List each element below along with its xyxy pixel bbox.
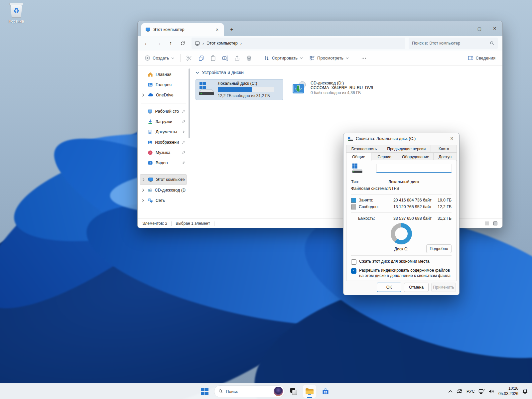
notification-bell-icon[interactable]: z [522, 388, 528, 394]
pictures-icon [148, 140, 152, 145]
gallery-icon [148, 82, 153, 87]
tray-chevron-up-icon[interactable] [448, 390, 453, 393]
sidebar-item-downloads[interactable]: Загрузки [140, 117, 187, 127]
more-button[interactable] [358, 53, 369, 64]
chevron-right-icon[interactable]: › [240, 41, 242, 46]
tab-general[interactable]: Общие [346, 152, 371, 161]
section-header-devices[interactable]: Устройства и диски [196, 70, 497, 75]
search-input[interactable]: Поиск в: Этот компьютер [409, 38, 498, 49]
back-button[interactable]: ← [141, 38, 152, 49]
sort-label: Сортировать [272, 56, 298, 61]
large-icons-view-icon[interactable] [493, 221, 498, 226]
chevron-expand-icon[interactable] [142, 178, 145, 182]
disk-usage-bar [218, 87, 274, 92]
recycle-bin-icon [9, 3, 23, 5]
breadcrumb[interactable]: Этот компьютер [206, 41, 237, 46]
new-tab-button[interactable]: + [226, 24, 237, 35]
minimize-button[interactable]: — [457, 21, 472, 36]
tab-this-pc[interactable]: Этот компьютер × [141, 23, 224, 36]
taskbar-search[interactable]: Поиск [214, 385, 284, 397]
share-button[interactable] [231, 53, 243, 64]
items-count: Элементов: 2 [142, 221, 167, 226]
cancel-button[interactable]: Отмена [404, 283, 429, 292]
sidebar-item-music[interactable]: ♪ Музыка [140, 148, 187, 158]
create-button[interactable]: Создать [142, 53, 177, 64]
sidebar-item-documents[interactable]: Документы [140, 127, 187, 137]
tab-close-icon[interactable]: × [213, 26, 221, 34]
up-button[interactable]: ↑ [165, 38, 176, 49]
file-explorer-button[interactable] [303, 385, 316, 398]
close-button[interactable]: × [487, 21, 502, 36]
sidebar-item-network[interactable]: Сеть [140, 196, 187, 205]
search-highlight-image[interactable] [274, 387, 283, 396]
volume-name-input[interactable] [376, 164, 452, 173]
drive-tile-c[interactable]: Локальный диск (C:) 12,2 ГБ свободно из … [196, 79, 283, 100]
chevron-expand-icon[interactable] [142, 188, 145, 192]
dialog-title: Свойства: Локальный диск (C:) [356, 136, 444, 141]
details-pane-button[interactable]: Сведения [465, 53, 498, 64]
paste-icon [210, 55, 216, 61]
ethernet-icon[interactable] [478, 389, 485, 394]
task-view-button[interactable] [287, 385, 300, 398]
address-bar[interactable]: › Этот компьютер › [192, 38, 405, 49]
more-icon [361, 56, 366, 61]
tab-previous-versions[interactable]: Предыдущие версии [382, 145, 431, 153]
start-button[interactable] [198, 385, 211, 398]
details-view-icon[interactable] [484, 221, 489, 226]
cd-drive-icon [148, 188, 152, 193]
free-label: Свободно: [359, 204, 386, 209]
details-button[interactable]: Подробно [426, 244, 452, 253]
sidebar-item-onedrive[interactable]: OneDrive [140, 90, 187, 100]
sidebar-item-home[interactable]: Главная [140, 69, 187, 79]
sidebar-item-videos[interactable]: Видео [140, 158, 187, 168]
compress-checkbox[interactable] [351, 259, 356, 265]
chevron-expand-icon[interactable] [142, 93, 145, 97]
pin-icon [182, 120, 186, 124]
desktop-icon [148, 109, 153, 114]
plus-circle-icon [145, 55, 150, 61]
sidebar-item-desktop[interactable]: Рабочий сто [140, 106, 187, 116]
paste-button[interactable] [207, 53, 219, 64]
refresh-icon [180, 41, 185, 46]
view-button[interactable]: Просмотреть [307, 53, 352, 64]
type-value: Локальный диск [388, 180, 419, 184]
copy-button[interactable] [196, 53, 207, 64]
compress-checkbox-row[interactable]: Сжать этот диск для экономии места [351, 259, 452, 265]
dialog-close-button[interactable]: × [447, 134, 457, 143]
cut-button[interactable] [184, 53, 195, 64]
disk-usage-bar-fill [218, 87, 252, 92]
tab-security[interactable]: Безопасность [346, 145, 382, 153]
maximize-button[interactable]: ▢ [472, 21, 487, 36]
chevron-expand-icon[interactable] [142, 199, 145, 202]
microsoft-store-button[interactable] [319, 385, 332, 398]
index-checkbox-row[interactable]: Разрешить индексировать содержимое файло… [351, 268, 452, 279]
clock[interactable]: 10:26 05.03.2026 [498, 386, 518, 396]
refresh-button[interactable] [177, 38, 188, 49]
capacity-donut [391, 223, 412, 244]
delete-button[interactable] [243, 53, 255, 64]
rename-button[interactable]: A [219, 53, 231, 64]
sidebar-item-cd-drive[interactable]: CD-дисковод (D [140, 185, 187, 195]
music-icon: ♪ [148, 150, 153, 155]
navigation-bar: ← → ↑ › Этот компьютер › Поиск в: Этот к… [138, 36, 502, 51]
volume-icon[interactable] [488, 389, 495, 394]
chevron-down-icon [196, 71, 199, 74]
drive-tile-d[interactable]: CD-дисковод (D:) CCCOMA_X64FRE_RU-RU_DV9… [289, 79, 380, 97]
apply-button[interactable]: Применить [431, 283, 456, 292]
forward-button[interactable]: → [153, 38, 164, 49]
svg-text:A: A [224, 57, 226, 60]
recycle-bin-desktop-icon[interactable]: ♻ Корзина [3, 3, 29, 24]
sort-button[interactable]: Сортировать [261, 53, 306, 64]
language-indicator[interactable]: РУС [466, 389, 475, 394]
ok-button[interactable]: ОК [377, 283, 401, 292]
sidebar-item-pictures[interactable]: Изображени [140, 137, 187, 147]
index-checkbox[interactable] [351, 268, 356, 274]
sidebar-item-this-pc[interactable]: Этот компьюте [140, 174, 187, 185]
offline-icon[interactable] [456, 389, 463, 394]
tab-quota[interactable]: Квота [431, 145, 457, 153]
file-explorer-icon [305, 388, 314, 395]
sidebar-item-gallery[interactable]: Галерея [140, 80, 187, 90]
details-pane-icon [468, 55, 473, 61]
drive-name: CD-дисковод (D:) [311, 81, 373, 85]
search-placeholder: Поиск [226, 389, 238, 394]
